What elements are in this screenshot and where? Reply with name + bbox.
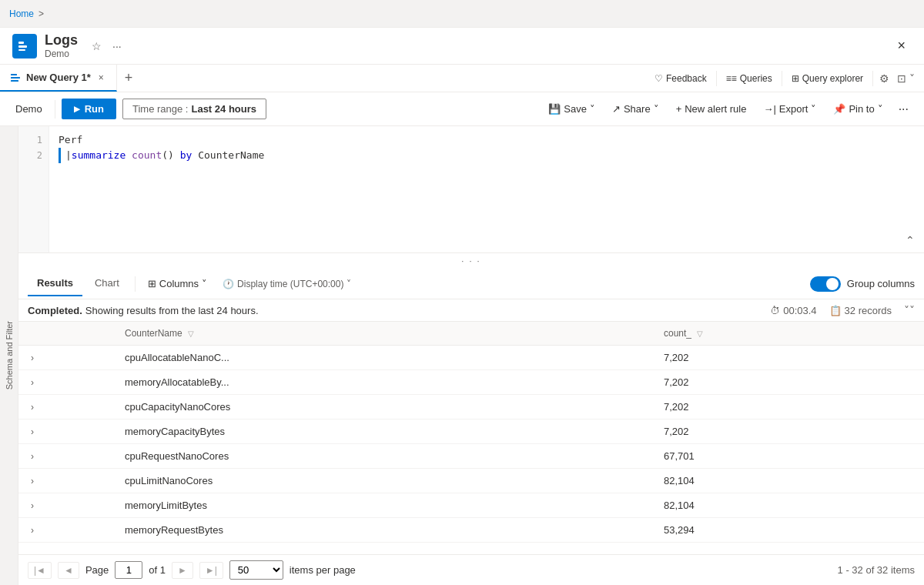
feedback-icon: ♡ — [654, 73, 663, 84]
pin-label: Pin to — [849, 103, 874, 115]
breadcrumb-bar: Home > — [0, 0, 924, 28]
tab-close-button[interactable]: × — [95, 71, 107, 85]
add-tab-button[interactable]: + — [117, 65, 141, 92]
row-expand-cell: › — [18, 444, 116, 469]
table-row: › memoryCapacityBytes 7,202 — [18, 420, 924, 444]
export-chevron: ˅ — [811, 103, 816, 115]
count-cell: 7,202 — [654, 420, 924, 444]
expand-row-button[interactable]: › — [28, 402, 37, 413]
toolbar-more-button[interactable]: ··· — [892, 99, 915, 119]
feedback-button[interactable]: ♡ Feedback — [648, 70, 713, 87]
editor-area: 1 2 Perf | summarize count () by — [18, 126, 924, 253]
expand-row-button[interactable]: › — [28, 451, 37, 462]
alert-icon: + — [676, 103, 682, 115]
table-row: › cpuAllocatableNanoC... 7,202 — [18, 346, 924, 370]
space2 — [174, 148, 180, 163]
filter-count-icon[interactable]: ▽ — [697, 329, 703, 338]
columns-button[interactable]: ⊞ Columns ˅ — [142, 275, 213, 292]
close-button[interactable]: × — [891, 35, 912, 57]
breadcrumb-home[interactable]: Home — [9, 8, 34, 19]
expand-row-button[interactable]: › — [28, 426, 37, 437]
favorite-button[interactable]: ☆ — [89, 37, 105, 55]
editor-content[interactable]: Perf | summarize count () by CounterName — [49, 126, 924, 252]
run-button[interactable]: ▶ Run — [62, 99, 116, 119]
editor-results-container: 1 2 Perf | summarize count () by — [18, 126, 924, 585]
queries-button[interactable]: ≡≡ Queries — [720, 70, 778, 87]
title-info: Logs Demo — [45, 32, 78, 60]
counter-name-cell: memoryAllocatableBy... — [116, 370, 654, 395]
sidebar-toggle-label: Schema and Filter — [5, 321, 14, 389]
pin-to-button[interactable]: 📌 Pin to ˅ — [825, 99, 890, 119]
time-range-button[interactable]: Time range : Last 24 hours — [122, 99, 266, 119]
collapse-editor-button[interactable]: ⌃ — [906, 234, 915, 246]
share-button[interactable]: ↗ Share ˅ — [604, 99, 667, 119]
query-explorer-label: Query explorer — [802, 73, 863, 84]
table-row: › memoryLimitBytes 82,104 — [18, 493, 924, 518]
counter-name-cell: memoryLimitBytes — [116, 493, 654, 518]
query-explorer-button[interactable]: ⊞ Query explorer — [785, 70, 869, 87]
expand-row-button[interactable]: › — [28, 476, 37, 486]
settings-button[interactable]: ⚙ — [876, 69, 892, 88]
row-expand-cell: › — [18, 395, 116, 420]
scope-label: Demo — [9, 103, 49, 115]
page-label: Page — [85, 564, 109, 576]
last-page-button[interactable]: ►| — [199, 562, 223, 579]
counter-name-cell: cpuAllocatableNanoC... — [116, 346, 654, 370]
tab-chart[interactable]: Chart — [85, 271, 129, 296]
expand-row-button[interactable]: › — [28, 353, 37, 363]
query-toolbar: Demo ▶ Run Time range : Last 24 hours 💾 … — [0, 92, 924, 126]
group-columns-toggle[interactable] — [810, 276, 841, 292]
next-page-button[interactable]: ► — [172, 562, 193, 579]
count-cell: 82,104 — [654, 469, 924, 493]
items-per-page-select[interactable]: 10 25 50 100 — [229, 560, 283, 580]
row-expand-cell: › — [18, 370, 116, 395]
page-input[interactable] — [115, 561, 142, 579]
group-columns-toggle-container: Group columns — [810, 276, 915, 292]
new-alert-button[interactable]: + New alert rule — [668, 99, 755, 119]
schema-filter-toggle[interactable]: Schema and Filter — [0, 126, 18, 585]
tab-new-query[interactable]: New Query 1* × — [0, 65, 117, 92]
view-toggle-button[interactable]: ⊡ ˅ — [894, 69, 918, 88]
code-line-2: | summarize count () by CounterName — [59, 148, 915, 163]
tab-results[interactable]: Results — [28, 271, 82, 296]
results-table: CounterName ▽ count_ ▽ › cpuAlloc — [18, 322, 924, 543]
svg-rect-2 — [18, 49, 25, 51]
resize-handle[interactable]: · · · — [18, 253, 924, 269]
pin-chevron: ˅ — [878, 103, 883, 115]
expand-results-button[interactable]: ˅˅ — [904, 304, 915, 316]
expand-row-button[interactable]: › — [28, 500, 37, 511]
first-page-button[interactable]: |◄ — [28, 562, 52, 579]
breadcrumb: Home > — [9, 8, 44, 19]
svg-rect-5 — [11, 80, 18, 82]
save-button[interactable]: 💾 Save ˅ — [541, 99, 603, 119]
pagination-summary: 1 - 32 of 32 items — [838, 564, 915, 576]
row-expand-cell: › — [18, 346, 116, 370]
results-tab-sep — [135, 276, 136, 292]
title-actions: ☆ ··· — [89, 37, 125, 55]
export-button[interactable]: →| Export ˅ — [755, 99, 824, 119]
query-duration: ⏱ 00:03.4 — [770, 305, 816, 316]
expand-row-button[interactable]: › — [28, 525, 37, 536]
table-row: › memoryRequestBytes 53,294 — [18, 518, 924, 543]
count-cell: 7,202 — [654, 346, 924, 370]
run-icon: ▶ — [74, 105, 80, 113]
prev-page-button[interactable]: ◄ — [58, 562, 79, 579]
more-options-button[interactable]: ··· — [109, 37, 125, 55]
expand-row-button[interactable]: › — [28, 377, 37, 388]
duration-value: 00:03.4 — [783, 305, 816, 316]
action-separator-2 — [782, 71, 782, 86]
count-cell: 7,202 — [654, 370, 924, 395]
table-header-row: CounterName ▽ count_ ▽ — [18, 322, 924, 346]
feedback-label: Feedback — [666, 73, 707, 84]
kw-by: by — [180, 148, 192, 163]
table-row: › cpuCapacityNanoCores 7,202 — [18, 395, 924, 420]
toolbar-right-actions: 💾 Save ˅ ↗ Share ˅ + New alert rule →| E… — [541, 99, 915, 119]
display-time-button[interactable]: 🕐 Display time (UTC+00:00) ˅ — [216, 276, 357, 292]
queries-icon: ≡≡ — [726, 73, 737, 84]
results-table-container: CounterName ▽ count_ ▽ › cpuAlloc — [18, 322, 924, 554]
display-time-label: Display time (UTC+00:00) — [237, 279, 343, 289]
svg-rect-4 — [11, 77, 20, 79]
filter-counter-icon[interactable]: ▽ — [188, 329, 194, 338]
status-bar: Completed. Showing results from the last… — [18, 299, 924, 322]
table-body: › cpuAllocatableNanoC... 7,202 › memoryA… — [18, 346, 924, 543]
